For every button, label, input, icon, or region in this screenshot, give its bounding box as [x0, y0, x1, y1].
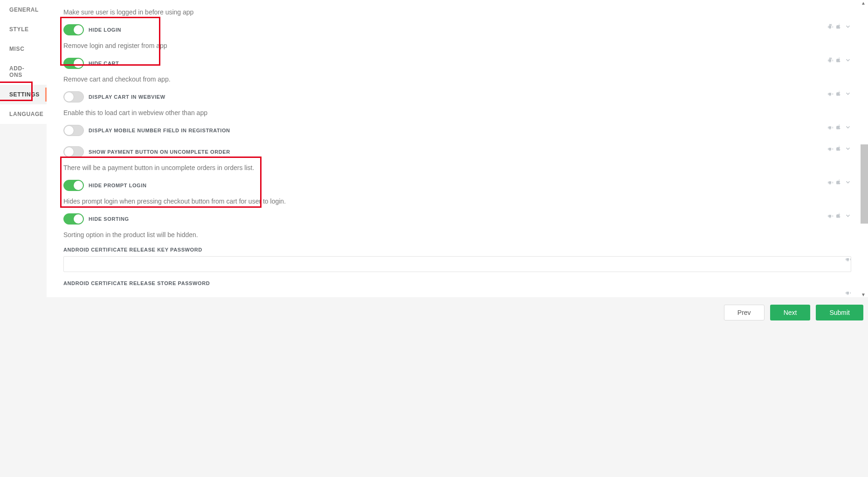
toggle-display-cart-webview[interactable] — [63, 91, 84, 102]
row-android-store-password: ANDROID CERTIFICATE RELEASE STORE PASSWO… — [63, 280, 851, 286]
sidebar-item-misc[interactable]: MISC — [0, 39, 47, 59]
apple-icon — [836, 23, 842, 30]
row-icons-display-cart-webview — [827, 90, 851, 97]
row-icons-show-payment-button — [827, 145, 851, 152]
android-icon — [827, 24, 834, 30]
settings-panel: Make sure user is logged in before using… — [47, 0, 868, 297]
row-icons-display-mobile-number — [827, 124, 851, 130]
submit-button[interactable]: Submit — [816, 305, 863, 320]
label-android-key-password: ANDROID CERTIFICATE RELEASE KEY PASSWORD — [63, 247, 851, 252]
chevron-down-icon[interactable] — [845, 124, 851, 130]
sidebar-item-settings[interactable]: SETTINGS — [0, 85, 47, 104]
sidebar-item-general[interactable]: GENERAL — [0, 0, 47, 20]
chevron-down-icon[interactable] — [845, 23, 851, 30]
scroll-up-arrow[interactable]: ▲ — [860, 1, 867, 7]
sidebar-item-style[interactable]: STYLE — [0, 20, 47, 39]
input-android-key-password[interactable] — [63, 256, 851, 272]
row-hide-prompt-login: HIDE PROMPT LOGIN — [63, 176, 851, 195]
toggle-hide-sorting[interactable] — [63, 213, 84, 225]
row-icons-hide-cart — [827, 57, 851, 63]
prev-button[interactable]: Prev — [724, 305, 765, 320]
desc-show-payment-button: There will be a payment button in uncomp… — [63, 164, 851, 171]
row-display-mobile-number: DISPLAY MOBILE NUMBER FIELD IN REGISTRAT… — [63, 121, 851, 140]
label-hide-prompt-login: HIDE PROMPT LOGIN — [89, 183, 146, 188]
apple-icon — [836, 90, 842, 97]
toggle-show-payment-button[interactable] — [63, 146, 84, 157]
label-show-payment-button: SHOW PAYMENT BUTTON ON UNCOMPLETE ORDER — [89, 149, 230, 155]
row-display-cart-webview: DISPLAY CART IN WEBVIEW — [63, 88, 851, 106]
footer: Prev Next Submit — [47, 297, 868, 328]
row-android-key-password: ANDROID CERTIFICATE RELEASE KEY PASSWORD — [63, 247, 851, 272]
apple-icon — [836, 124, 842, 130]
toggle-hide-login[interactable] — [63, 24, 84, 35]
next-button[interactable]: Next — [770, 305, 811, 320]
label-display-cart-webview: DISPLAY CART IN WEBVIEW — [89, 94, 165, 100]
row-icons-android-store-password — [845, 290, 851, 296]
scrollbar-thumb[interactable] — [861, 144, 868, 224]
apple-icon — [836, 57, 842, 63]
apple-icon — [836, 212, 842, 219]
toggle-hide-prompt-login[interactable] — [63, 180, 84, 191]
row-icons-hide-login — [827, 23, 851, 30]
android-icon — [827, 91, 834, 97]
apple-icon — [836, 145, 842, 152]
desc-display-cart-webview: Enable this to load cart in webview othe… — [63, 109, 851, 116]
row-hide-cart: HIDE CART — [63, 54, 851, 73]
toggle-display-mobile-number[interactable] — [63, 125, 84, 136]
chevron-down-icon[interactable] — [845, 212, 851, 219]
desc-hide-sorting: Sorting option in the product list will … — [63, 231, 851, 238]
android-icon — [827, 57, 834, 63]
chevron-down-icon[interactable] — [845, 145, 851, 152]
row-icons-hide-prompt-login — [827, 179, 851, 185]
label-display-mobile-number: DISPLAY MOBILE NUMBER FIELD IN REGISTRAT… — [89, 128, 230, 133]
toggle-hide-cart[interactable] — [63, 58, 84, 69]
label-android-store-password: ANDROID CERTIFICATE RELEASE STORE PASSWO… — [63, 280, 851, 286]
sidebar: GENERAL STYLE MISC ADD-ONS SETTINGS LANG… — [0, 0, 47, 124]
row-hide-login: HIDE LOGIN — [63, 20, 851, 39]
sidebar-item-add-ons[interactable]: ADD-ONS — [0, 59, 47, 85]
label-hide-sorting: HIDE SORTING — [89, 216, 129, 222]
android-icon — [827, 179, 834, 185]
desc-hide-cart: Remove cart and checkout from app. — [63, 75, 851, 83]
android-icon — [845, 290, 851, 296]
android-icon — [827, 146, 834, 152]
row-hide-sorting: HIDE SORTING — [63, 210, 851, 228]
android-icon — [845, 256, 851, 262]
scroll-down-arrow[interactable]: ▼ — [860, 293, 867, 298]
chevron-down-icon[interactable] — [845, 90, 851, 97]
label-hide-cart: HIDE CART — [89, 61, 119, 66]
row-show-payment-button: SHOW PAYMENT BUTTON ON UNCOMPLETE ORDER — [63, 143, 851, 161]
chevron-down-icon[interactable] — [845, 57, 851, 63]
sidebar-item-language[interactable]: LANGUAGE — [0, 104, 47, 124]
apple-icon — [836, 179, 842, 185]
row-icons-hide-sorting — [827, 212, 851, 219]
android-icon — [827, 124, 834, 130]
chevron-down-icon[interactable] — [845, 179, 851, 185]
logged-in-desc: Make sure user is logged in before using… — [63, 8, 851, 16]
android-icon — [827, 213, 834, 219]
desc-hide-prompt-login: Hides prompt login when pressing checkou… — [63, 198, 851, 205]
label-hide-login: HIDE LOGIN — [89, 27, 121, 33]
row-icons-android-key-password — [845, 256, 851, 262]
desc-hide-login: Remove login and register from app — [63, 42, 851, 49]
